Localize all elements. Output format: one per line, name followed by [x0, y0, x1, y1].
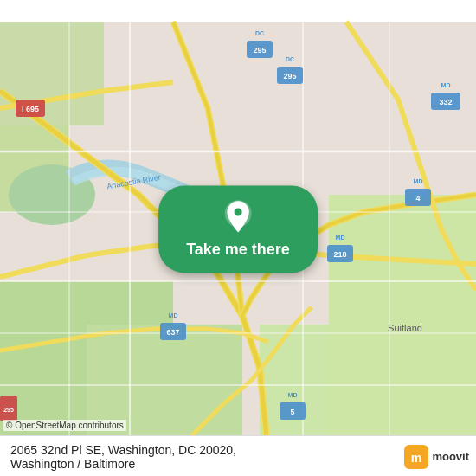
- svg-text:MD: MD: [169, 312, 178, 318]
- map-container: 295 DC I 695 295 DC 332 MD 4 MD 218 MD 6…: [0, 0, 476, 476]
- button-overlay: Take me there: [158, 185, 318, 273]
- copyright-text: © OpenStreetMap contributors: [6, 421, 124, 430]
- moovit-logo: m moovit: [404, 445, 469, 469]
- svg-text:4: 4: [415, 194, 420, 203]
- take-me-there-label: Take me there: [186, 241, 290, 259]
- svg-text:5: 5: [290, 408, 294, 416]
- copyright-notice: © OpenStreetMap contributors: [3, 420, 126, 431]
- svg-text:218: 218: [333, 250, 346, 259]
- svg-text:637: 637: [166, 328, 179, 337]
- svg-text:295: 295: [3, 407, 14, 413]
- svg-text:295: 295: [283, 72, 296, 80]
- svg-text:295: 295: [253, 46, 266, 55]
- bottom-bar: 2065 32nd Pl SE, Washington, DC 20020, W…: [0, 435, 476, 476]
- svg-point-46: [234, 208, 241, 215]
- svg-text:MD: MD: [414, 178, 423, 184]
- svg-text:I 695: I 695: [22, 105, 39, 113]
- moovit-text: moovit: [432, 451, 469, 463]
- address-line2: Washington / Baltimore: [10, 457, 135, 471]
- svg-text:DC: DC: [255, 30, 264, 36]
- address-text: 2065 32nd Pl SE, Washington, DC 20020, W…: [10, 443, 466, 471]
- svg-text:MD: MD: [288, 392, 298, 398]
- address-line1: 2065 32nd Pl SE, Washington, DC 20020,: [10, 443, 236, 457]
- take-me-there-button[interactable]: Take me there: [158, 185, 318, 273]
- location-pin-icon: [222, 199, 254, 234]
- svg-text:MD: MD: [336, 235, 345, 241]
- moovit-icon: m: [404, 445, 428, 469]
- svg-text:DC: DC: [286, 56, 294, 62]
- svg-text:Suitland: Suitland: [388, 323, 422, 333]
- svg-text:m: m: [411, 451, 421, 465]
- svg-text:332: 332: [439, 98, 452, 106]
- svg-text:MD: MD: [441, 82, 451, 88]
